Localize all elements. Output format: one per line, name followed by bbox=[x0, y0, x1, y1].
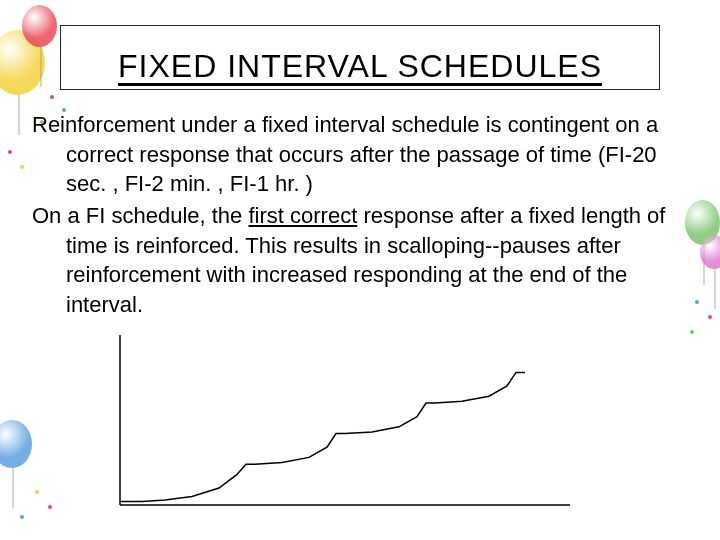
slide-title: FIXED INTERVAL SCHEDULES bbox=[118, 48, 602, 85]
para1-text: Reinforcement under a fixed interval sch… bbox=[32, 112, 658, 196]
balloon-string bbox=[40, 47, 42, 87]
slide: FIXED INTERVAL SCHEDULES Reinforcement u… bbox=[0, 0, 720, 540]
confetti-dot bbox=[48, 505, 52, 509]
chart-svg bbox=[110, 330, 580, 515]
title-box: FIXED INTERVAL SCHEDULES bbox=[60, 25, 660, 90]
balloon-icon bbox=[0, 420, 32, 468]
balloon-string bbox=[12, 468, 14, 508]
confetti-dot bbox=[708, 315, 712, 319]
para2-a: On a FI schedule, the bbox=[32, 203, 248, 228]
confetti-dot bbox=[690, 330, 694, 334]
para2-underlined: first correct bbox=[248, 203, 357, 228]
balloon-string bbox=[18, 95, 20, 135]
confetti-dot bbox=[8, 150, 12, 154]
scallop-chart bbox=[110, 330, 580, 515]
body-text: Reinforcement under a fixed interval sch… bbox=[32, 110, 687, 322]
balloon-icon bbox=[22, 5, 57, 47]
confetti-dot bbox=[50, 95, 54, 99]
balloon-string bbox=[714, 269, 716, 309]
scallop-line bbox=[120, 372, 525, 501]
paragraph-1: Reinforcement under a fixed interval sch… bbox=[32, 110, 687, 199]
confetti-dot bbox=[20, 515, 24, 519]
confetti-dot bbox=[20, 165, 24, 169]
confetti-dot bbox=[695, 300, 699, 304]
paragraph-2: On a FI schedule, the first correct resp… bbox=[32, 201, 687, 320]
confetti-dot bbox=[35, 490, 39, 494]
balloon-icon bbox=[700, 235, 720, 269]
